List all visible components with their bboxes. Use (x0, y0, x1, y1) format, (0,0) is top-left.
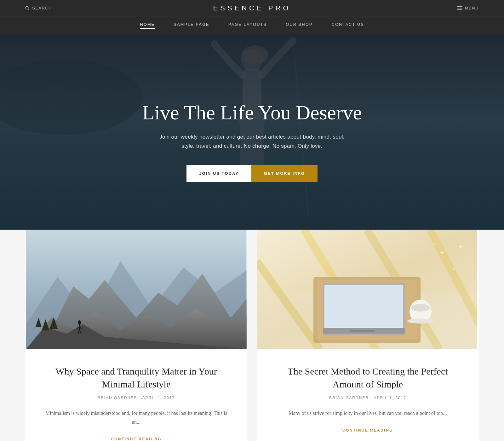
blog-grid: Why Space and Tranquility Matter in Your… (25, 230, 479, 441)
svg-rect-42 (326, 286, 402, 327)
card-image-laptop: ✦ ✦ ✦ ✦ (257, 230, 479, 349)
hero-buttons: JOIN US TODAY GET MORE INFO (142, 165, 362, 182)
svg-point-25 (78, 320, 81, 325)
card-excerpt-2: Many of us strive for simplicity in our … (276, 409, 460, 418)
card-meta-2: BRIAN GARDNER · APRIL 1, 2017 (276, 396, 460, 400)
svg-rect-44 (350, 330, 375, 332)
continue-reading-2[interactable]: CONTINUE READING (342, 428, 393, 432)
card-body-1: Why Space and Tranquility Matter in Your… (25, 349, 247, 441)
menu-link[interactable]: MENU (457, 6, 479, 10)
search-icon (25, 6, 30, 10)
search-link[interactable]: SEARCH (25, 6, 52, 10)
hero-section: Live The Life You Deserve Join our weekl… (0, 34, 504, 249)
svg-line-1 (28, 9, 29, 10)
svg-rect-2 (457, 6, 462, 7)
card-meta-1: BRIAN GARDNER · APRIL 1, 2017 (44, 396, 228, 400)
menu-label: MENU (465, 6, 479, 10)
svg-point-0 (26, 6, 28, 9)
nav-item-shop[interactable]: OUR SHOP (286, 22, 312, 29)
svg-point-47 (407, 318, 434, 324)
blog-section: Why Space and Tranquility Matter in Your… (0, 230, 504, 441)
site-title: ESSENCE PRO (213, 4, 291, 12)
card-excerpt-1: Minimalism is widely misunderstood and, … (44, 409, 228, 427)
card-title-2: The Secret Method to Creating the Perfec… (276, 365, 460, 391)
blog-card-2: ✦ ✦ ✦ ✦ The Secret Method to Creating th… (257, 230, 479, 441)
site-header: SEARCH ESSENCE PRO MENU HOME SAMPLE PAGE… (0, 0, 504, 34)
svg-rect-3 (457, 8, 462, 9)
nav-item-layouts[interactable]: PAGE LAYOUTS (228, 22, 267, 29)
hero-content: Live The Life You Deserve Join our weekl… (129, 101, 374, 182)
svg-text:✦: ✦ (452, 267, 456, 272)
hero-title: Live The Life You Deserve (142, 101, 362, 125)
get-more-info-button[interactable]: GET MORE INFO (251, 165, 318, 182)
blog-card-1: Why Space and Tranquility Matter in Your… (25, 230, 247, 441)
continue-reading-1[interactable]: CONTINUE READING (111, 437, 162, 441)
card-title-1: Why Space and Tranquility Matter in Your… (44, 365, 228, 391)
svg-text:✦: ✦ (439, 249, 445, 256)
laptop-illustration: ✦ ✦ ✦ ✦ (257, 230, 477, 349)
hamburger-icon (457, 6, 462, 10)
svg-rect-4 (457, 9, 462, 10)
mountains-illustration (25, 230, 247, 349)
svg-text:✦: ✦ (433, 242, 436, 246)
svg-text:✦: ✦ (458, 243, 463, 250)
nav-item-contact[interactable]: CONTACT US (332, 22, 364, 29)
card-image-mountains (25, 230, 247, 349)
search-label: SEARCH (32, 6, 52, 10)
card-body-2: The Secret Method to Creating the Perfec… (257, 349, 479, 441)
nav-item-home[interactable]: HOME (140, 22, 155, 29)
join-button[interactable]: JOIN US TODAY (186, 165, 251, 182)
hero-subtitle: Join our weekly newsletter and get our b… (142, 133, 362, 151)
top-bar: SEARCH ESSENCE PRO MENU (0, 0, 504, 16)
svg-point-46 (411, 304, 430, 312)
nav-item-sample[interactable]: SAMPLE PAGE (174, 22, 209, 29)
nav-bar: HOME SAMPLE PAGE PAGE LAYOUTS OUR SHOP C… (0, 16, 504, 34)
